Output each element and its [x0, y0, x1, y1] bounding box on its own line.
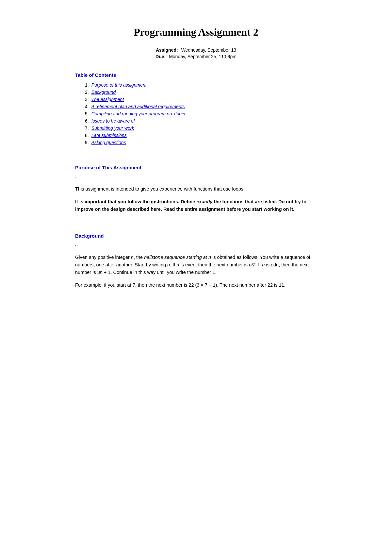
list-item: 5.Compiling and running your program on …: [85, 111, 317, 116]
background-heading: Background: [75, 233, 317, 239]
toc-link-submitting[interactable]: Submitting your work: [91, 126, 134, 131]
assigned-value: Wednesday, September 13: [181, 47, 236, 53]
list-item: 7.Submitting your work: [85, 126, 317, 131]
toc-link-purpose[interactable]: Purpose of this assignment: [91, 82, 147, 88]
list-item: 3.The assignment: [85, 97, 317, 102]
purpose-paragraph1: This assignment is intended to give you …: [75, 185, 317, 193]
page-container: Programming Assignment 2 Assigned: Wedne…: [56, 0, 336, 335]
purpose-heading: Purpose of This Assignment: [75, 165, 317, 170]
n-var-4: n: [262, 262, 265, 267]
assigned-row: Assigned: Wednesday, September 13: [75, 47, 317, 53]
toc-link-refinement[interactable]: A refinement plan and additional require…: [91, 104, 185, 109]
hailstone-phrase: hailstone sequence starting at n: [144, 255, 211, 260]
list-item: 1.Purpose of this assignment: [85, 82, 317, 88]
background-section: Background · Given any positive integer …: [75, 233, 317, 289]
n-var-3: n: [176, 262, 179, 267]
toc-section: Table of Contents 1.Purpose of this assi…: [75, 72, 317, 145]
exactly-word: exactly: [196, 199, 212, 204]
n-var-2: n: [167, 262, 170, 267]
page-title: Programming Assignment 2: [75, 26, 317, 38]
n-var-1: n: [131, 255, 134, 260]
purpose-dot: ·: [75, 175, 317, 180]
purpose-paragraph2: It is important that you follow the inst…: [75, 198, 317, 213]
list-item: 9.Asking questions: [85, 140, 317, 145]
assigned-label: Assigned:: [156, 47, 178, 53]
list-item: 4.A refinement plan and additional requi…: [85, 104, 317, 109]
toc-link-questions[interactable]: Asking questions: [91, 140, 126, 145]
due-value: Monday, September 25, 11:59pm: [169, 54, 237, 59]
toc-link-late[interactable]: Late submissions: [91, 133, 127, 138]
list-item: 8.Late submissions: [85, 133, 317, 138]
n-var-5: n: [100, 270, 103, 275]
toc-link-issues[interactable]: Issues to be aware of: [91, 118, 135, 124]
toc-link-compiling[interactable]: Compiling and running your program on xl…: [91, 111, 185, 116]
meta-block: Assigned: Wednesday, September 13 Due: M…: [75, 47, 317, 59]
due-label: Due:: [155, 54, 166, 59]
background-paragraph1: Given any positive integer n, the hailst…: [75, 254, 317, 277]
background-dot: ·: [75, 243, 317, 248]
due-row: Due: Monday, September 25, 11:59pm: [75, 54, 317, 59]
purpose-section: Purpose of This Assignment · This assign…: [75, 165, 317, 213]
toc-heading: Table of Contents: [75, 72, 317, 78]
list-item: 2.Background: [85, 90, 317, 95]
toc-link-background[interactable]: Background: [91, 90, 116, 95]
list-item: 6.Issues to be aware of: [85, 118, 317, 124]
background-paragraph2: For example, if you start at 7, then the…: [75, 281, 317, 289]
toc-list: 1.Purpose of this assignment 2.Backgroun…: [75, 82, 317, 145]
toc-link-assignment[interactable]: The assignment: [91, 97, 124, 102]
n-div-2: n/2: [249, 262, 255, 267]
